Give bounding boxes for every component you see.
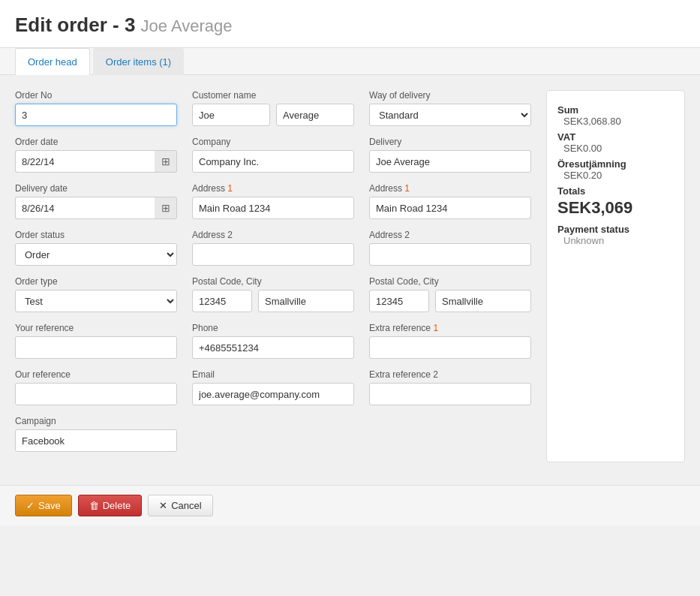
- customer-name-label: Customer name: [192, 90, 354, 101]
- order-status-group: Order status Order: [15, 230, 177, 266]
- our-reference-label: Our reference: [15, 369, 177, 380]
- address1-billing-group: Address 1: [192, 183, 354, 219]
- form-column-right: Way of delivery Standard Delivery Addres…: [369, 90, 531, 462]
- vat-value: SEK0.00: [563, 143, 674, 154]
- postal-billing-row: [192, 290, 354, 312]
- address2-delivery-input[interactable]: [369, 243, 531, 266]
- postal-billing-group: Postal Code, City: [192, 276, 354, 312]
- campaign-group: Campaign: [15, 416, 177, 452]
- your-reference-input[interactable]: [15, 336, 177, 359]
- postal-delivery-label: Postal Code, City: [369, 276, 531, 287]
- page-header: Edit order - 3 Joe Average: [0, 0, 700, 48]
- our-reference-group: Our reference: [15, 369, 177, 405]
- order-type-group: Order type Test: [15, 276, 177, 312]
- cancel-button[interactable]: ✕ Cancel: [148, 495, 212, 516]
- company-group: Company: [192, 137, 354, 173]
- totals-value: SEK3,069: [557, 198, 674, 218]
- address2-delivery-group: Address 2: [369, 230, 531, 266]
- delivery-date-calendar-icon[interactable]: [155, 197, 177, 219]
- order-no-input[interactable]: [15, 104, 177, 126]
- campaign-input[interactable]: [15, 429, 177, 452]
- page-wrapper: Edit order - 3 Joe Average Order head Or…: [0, 0, 700, 596]
- order-no-label: Order No: [15, 90, 177, 101]
- delivery-input[interactable]: [369, 150, 531, 173]
- sum-label: Sum: [557, 104, 674, 116]
- order-date-label: Order date: [15, 137, 177, 147]
- postal-code-delivery-input[interactable]: [369, 290, 429, 312]
- form-grid: Order No Order date Delivery date: [15, 90, 685, 462]
- extra-ref1-group: Extra reference 1: [369, 323, 531, 359]
- order-type-select[interactable]: Test: [15, 290, 177, 312]
- payment-status-label: Payment status: [557, 224, 674, 235]
- delete-label: Delete: [103, 500, 131, 511]
- our-reference-input[interactable]: [15, 383, 177, 405]
- your-reference-label: Your reference: [15, 323, 177, 333]
- delivery-date-wrapper: [15, 197, 177, 219]
- summary-panel: Sum SEK3,068.80 VAT SEK0.00 Öresutjämnin…: [546, 90, 685, 462]
- extra-ref2-label: Extra reference 2: [369, 369, 531, 380]
- order-date-input[interactable]: [15, 150, 155, 173]
- address2-billing-group: Address 2: [192, 230, 354, 266]
- tab-order-items[interactable]: Order items (1): [93, 48, 184, 75]
- address1-delivery-input[interactable]: [369, 197, 531, 219]
- oresutjamning-label: Öresutjämning: [557, 158, 674, 170]
- save-button[interactable]: ✓ Save: [15, 495, 72, 516]
- form-column-left: Order No Order date Delivery date: [15, 90, 177, 462]
- way-of-delivery-select[interactable]: Standard: [369, 104, 531, 126]
- delivery-date-label: Delivery date: [15, 183, 177, 194]
- tabs-bar: Order head Order items (1): [0, 48, 700, 75]
- delivery-date-group: Delivery date: [15, 183, 177, 219]
- postal-billing-label: Postal Code, City: [192, 276, 354, 287]
- way-of-delivery-group: Way of delivery Standard: [369, 90, 531, 126]
- email-input[interactable]: [192, 383, 354, 405]
- company-label: Company: [192, 137, 354, 147]
- address2-billing-input[interactable]: [192, 243, 354, 266]
- extra-ref2-input[interactable]: [369, 383, 531, 405]
- order-no-group: Order No: [15, 90, 177, 126]
- email-label: Email: [192, 369, 354, 380]
- postal-delivery-group: Postal Code, City: [369, 276, 531, 312]
- address1-delivery-group: Address 1: [369, 183, 531, 219]
- customer-name-row: [192, 104, 354, 126]
- address1-billing-input[interactable]: [192, 197, 354, 219]
- order-status-label: Order status: [15, 230, 177, 240]
- oresutjamning-value: SEK0.20: [563, 170, 674, 181]
- save-icon: ✓: [26, 500, 35, 511]
- sum-value: SEK3,068.80: [563, 116, 674, 127]
- delivery-date-input[interactable]: [15, 197, 155, 219]
- extra-ref1-label: Extra reference 1: [369, 323, 531, 333]
- order-date-calendar-icon[interactable]: [155, 150, 177, 173]
- company-input[interactable]: [192, 150, 354, 173]
- phone-input[interactable]: [192, 336, 354, 359]
- totals-label: Totals: [557, 185, 674, 197]
- page-title-subtitle: Joe Average: [141, 17, 233, 35]
- save-label: Save: [38, 500, 61, 511]
- address2-billing-label: Address 2: [192, 230, 354, 240]
- city-delivery-input[interactable]: [435, 290, 531, 312]
- delete-button[interactable]: 🗑 Delete: [78, 495, 143, 516]
- cancel-label: Cancel: [171, 500, 201, 511]
- phone-label: Phone: [192, 323, 354, 333]
- tab-order-head[interactable]: Order head: [15, 48, 90, 75]
- address1-delivery-label: Address 1: [369, 183, 531, 194]
- city-billing-input[interactable]: [258, 290, 354, 312]
- postal-code-billing-input[interactable]: [192, 290, 252, 312]
- order-date-wrapper: [15, 150, 177, 173]
- address1-billing-label: Address 1: [192, 183, 354, 194]
- delivery-group: Delivery: [369, 137, 531, 173]
- delete-icon: 🗑: [89, 500, 99, 511]
- your-reference-group: Your reference: [15, 323, 177, 359]
- page-title-text: Edit order - 3: [15, 14, 135, 36]
- footer-bar: ✓ Save 🗑 Delete ✕ Cancel: [0, 485, 700, 525]
- page-title: Edit order - 3 Joe Average: [15, 14, 685, 37]
- extra-ref1-input[interactable]: [369, 336, 531, 359]
- customer-first-name-input[interactable]: [192, 104, 270, 126]
- customer-last-name-input[interactable]: [276, 104, 354, 126]
- address2-delivery-label: Address 2: [369, 230, 531, 240]
- way-of-delivery-label: Way of delivery: [369, 90, 531, 101]
- form-column-middle: Customer name Company Address 1 Address …: [192, 90, 354, 462]
- vat-label: VAT: [557, 131, 674, 143]
- order-date-group: Order date: [15, 137, 177, 173]
- order-status-select[interactable]: Order: [15, 243, 177, 266]
- phone-group: Phone: [192, 323, 354, 359]
